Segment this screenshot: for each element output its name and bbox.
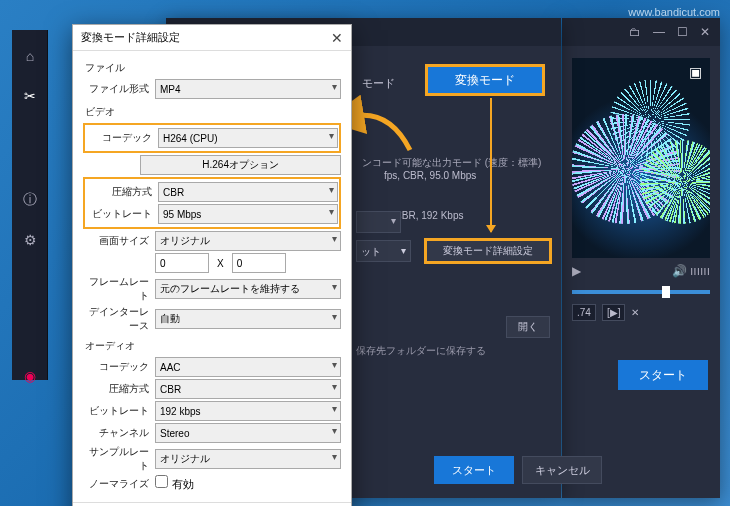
- audio-codec-select[interactable]: [155, 357, 341, 377]
- rail-record-icon[interactable]: ◉: [12, 358, 48, 394]
- audio-normalize-label: ノーマライズ: [83, 477, 155, 491]
- video-height-input[interactable]: [232, 253, 286, 273]
- watermark-text: www.bandicut.com: [628, 6, 720, 18]
- video-spec-text: fps, CBR, 95.0 Mbps: [384, 170, 476, 181]
- section-audio-label: オーディオ: [85, 339, 341, 353]
- rail-home-icon[interactable]: ⌂: [12, 38, 48, 74]
- preview-start-button[interactable]: スタート: [618, 360, 708, 390]
- section-video-label: ビデオ: [85, 105, 341, 119]
- rail-info-icon[interactable]: ⓘ: [12, 182, 48, 218]
- time-display: .74: [572, 304, 596, 321]
- video-compress-label: 圧縮方式: [86, 185, 158, 199]
- preview-panel: 🗀 — ☐ ✕ ▣ ▶ 🔊 ıııııı .74 [▶] ✕ スタート: [562, 18, 720, 498]
- app-left-rail: ⌂ ✂ ⓘ ⚙ ◉: [12, 30, 48, 380]
- audio-sample-select[interactable]: [155, 449, 341, 469]
- output-mode-desc: ンコード可能な出力モード (速度：標準): [362, 156, 541, 170]
- main-dropdown-2[interactable]: ット▾: [356, 240, 411, 262]
- folder-icon[interactable]: 🗀: [629, 25, 641, 39]
- dd2-label: ット: [361, 246, 381, 257]
- video-size-select[interactable]: [155, 231, 341, 251]
- normalize-checkbox[interactable]: [155, 475, 168, 488]
- video-deint-label: デインターレース: [83, 305, 155, 333]
- main-start-button[interactable]: スタート: [434, 456, 514, 484]
- clear-time-icon[interactable]: ✕: [631, 307, 639, 318]
- mode-button[interactable]: 変換モード: [425, 64, 545, 96]
- volume-icon[interactable]: 🔊 ıııııı: [672, 264, 710, 278]
- jump-button[interactable]: [▶]: [602, 304, 626, 321]
- convert-settings-dialog: 変換モード詳細設定 ✕ ファイル ファイル形式 ビデオ コーデック H.264オ…: [72, 24, 352, 506]
- audio-bitrate-select[interactable]: [155, 401, 341, 421]
- audio-codec-label: コーデック: [83, 360, 155, 374]
- video-fps-select[interactable]: [155, 279, 341, 299]
- preview-window-controls: 🗀 — ☐ ✕: [562, 18, 720, 46]
- audio-compress-label: 圧縮方式: [83, 382, 155, 396]
- file-format-label: ファイル形式: [83, 82, 155, 96]
- normalize-chk-label: 有効: [172, 478, 194, 490]
- detail-settings-button[interactable]: 変換モード詳細設定: [424, 238, 552, 264]
- rail-cut-icon[interactable]: ✂: [12, 78, 48, 114]
- video-size-label: 画面サイズ: [83, 234, 155, 248]
- section-file-label: ファイル: [85, 61, 341, 75]
- annotation-arrow-down: [490, 98, 492, 232]
- preview-video-frame: ▣: [572, 58, 710, 258]
- dialog-close-icon[interactable]: ✕: [331, 30, 343, 46]
- tab-mode-label: モード: [362, 76, 395, 91]
- save-folder-note: 保存先フォルダーに保存する: [356, 344, 486, 358]
- h264-options-button[interactable]: H.264オプション: [140, 155, 341, 175]
- minimize-icon[interactable]: —: [653, 25, 665, 39]
- video-fps-label: フレームレート: [83, 275, 155, 303]
- dialog-title-text: 変換モード詳細設定: [81, 30, 180, 45]
- seek-slider[interactable]: [572, 290, 710, 294]
- video-compress-select[interactable]: [158, 182, 338, 202]
- audio-bitrate-label: ビットレート: [83, 404, 155, 418]
- audio-compress-select[interactable]: [155, 379, 341, 399]
- video-codec-label: コーデック: [86, 131, 158, 145]
- rail-gear-icon[interactable]: ⚙: [12, 222, 48, 258]
- video-width-input[interactable]: [155, 253, 209, 273]
- main-dropdown-1[interactable]: ▾: [356, 211, 401, 233]
- close-icon[interactable]: ✕: [700, 25, 710, 39]
- annotation-arrow-curve: [350, 110, 412, 158]
- camera-icon[interactable]: ▣: [689, 64, 702, 80]
- file-format-select[interactable]: [155, 79, 341, 99]
- video-bitrate-label: ビットレート: [86, 207, 158, 221]
- audio-sample-label: サンプルレート: [83, 445, 155, 473]
- audio-channel-label: チャンネル: [83, 426, 155, 440]
- maximize-icon[interactable]: ☐: [677, 25, 688, 39]
- play-icon[interactable]: ▶: [572, 264, 581, 278]
- video-bitrate-select[interactable]: [158, 204, 338, 224]
- main-cancel-button[interactable]: キャンセル: [522, 456, 602, 484]
- video-deint-select[interactable]: [155, 309, 341, 329]
- audio-channel-select[interactable]: [155, 423, 341, 443]
- size-x-label: X: [217, 258, 224, 269]
- video-codec-select[interactable]: [158, 128, 338, 148]
- browse-button[interactable]: 開く: [506, 316, 550, 338]
